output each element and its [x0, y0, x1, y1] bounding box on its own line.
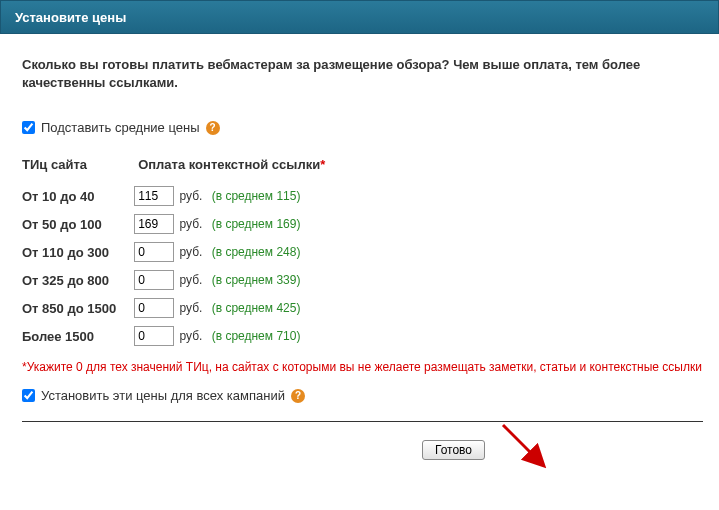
price-input[interactable]: [134, 242, 174, 262]
range-label: От 10 до 40: [22, 182, 134, 210]
average-hint: (в среднем 425): [212, 301, 301, 315]
option-average-prices-checkbox[interactable]: [22, 121, 35, 134]
currency-label: руб.: [179, 245, 202, 259]
average-hint: (в среднем 248): [212, 245, 301, 259]
footnote: *Укажите 0 для тех значений ТИц, на сайт…: [22, 360, 705, 374]
prices-table: ТИц сайта Оплата контекстной ссылки* От …: [22, 153, 325, 350]
option-average-prices: Подставить средние цены ?: [22, 120, 705, 135]
table-row: От 850 до 1500 руб. (в среднем 425): [22, 294, 325, 322]
range-label: Более 1500: [22, 322, 134, 350]
price-input[interactable]: [134, 326, 174, 346]
currency-label: руб.: [179, 189, 202, 203]
average-hint: (в среднем 115): [212, 189, 301, 203]
currency-label: руб.: [179, 217, 202, 231]
price-input[interactable]: [134, 186, 174, 206]
currency-label: руб.: [179, 273, 202, 287]
average-hint: (в среднем 710): [212, 329, 301, 343]
col-header-tic: ТИц сайта: [22, 153, 134, 182]
table-row: От 50 до 100 руб. (в среднем 169): [22, 210, 325, 238]
col-header-pay: Оплата контекстной ссылки*: [134, 153, 325, 182]
table-row: От 110 до 300 руб. (в среднем 248): [22, 238, 325, 266]
currency-label: руб.: [179, 329, 202, 343]
help-icon[interactable]: ?: [206, 121, 220, 135]
table-row: От 325 до 800 руб. (в среднем 339): [22, 266, 325, 294]
price-input[interactable]: [134, 298, 174, 318]
range-label: От 50 до 100: [22, 210, 134, 238]
price-input[interactable]: [134, 214, 174, 234]
option-average-prices-label: Подставить средние цены: [41, 120, 200, 135]
average-hint: (в среднем 339): [212, 273, 301, 287]
submit-button[interactable]: Готово: [422, 440, 485, 460]
option-all-campaigns: Установить эти цены для всех кампаний ?: [22, 388, 705, 403]
panel-title: Установите цены: [15, 10, 126, 25]
price-input[interactable]: [134, 270, 174, 290]
intro-text: Сколько вы готовы платить вебмастерам за…: [22, 56, 705, 92]
table-row: От 10 до 40 руб. (в среднем 115): [22, 182, 325, 210]
currency-label: руб.: [179, 301, 202, 315]
panel-body: Сколько вы готовы платить вебмастерам за…: [0, 34, 719, 470]
average-hint: (в среднем 169): [212, 217, 301, 231]
range-label: От 850 до 1500: [22, 294, 134, 322]
panel-header: Установите цены: [0, 0, 719, 34]
option-all-campaigns-label: Установить эти цены для всех кампаний: [41, 388, 285, 403]
divider: [22, 421, 703, 422]
range-label: От 325 до 800: [22, 266, 134, 294]
range-label: От 110 до 300: [22, 238, 134, 266]
table-row: Более 1500 руб. (в среднем 710): [22, 322, 325, 350]
option-all-campaigns-checkbox[interactable]: [22, 389, 35, 402]
help-icon[interactable]: ?: [291, 389, 305, 403]
